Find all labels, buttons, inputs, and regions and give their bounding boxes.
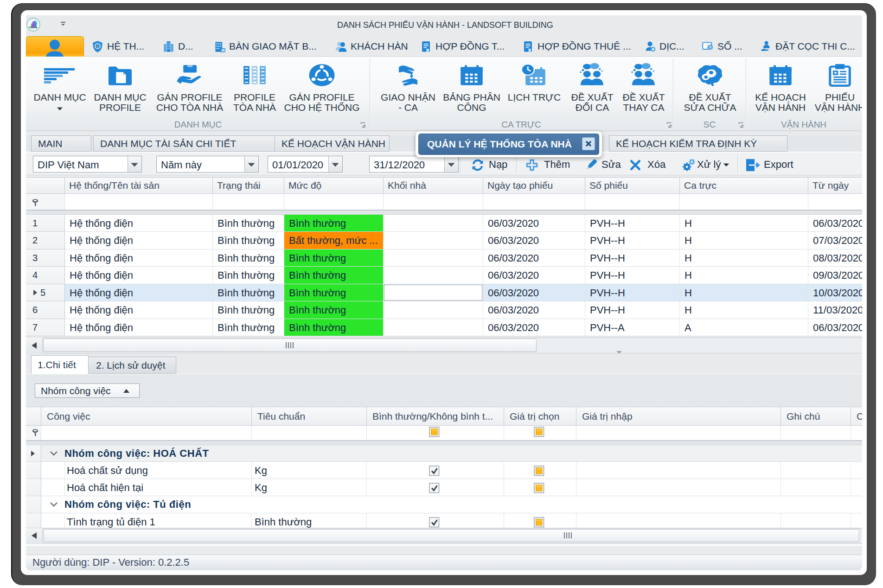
svg-text:$: $: [709, 45, 711, 49]
